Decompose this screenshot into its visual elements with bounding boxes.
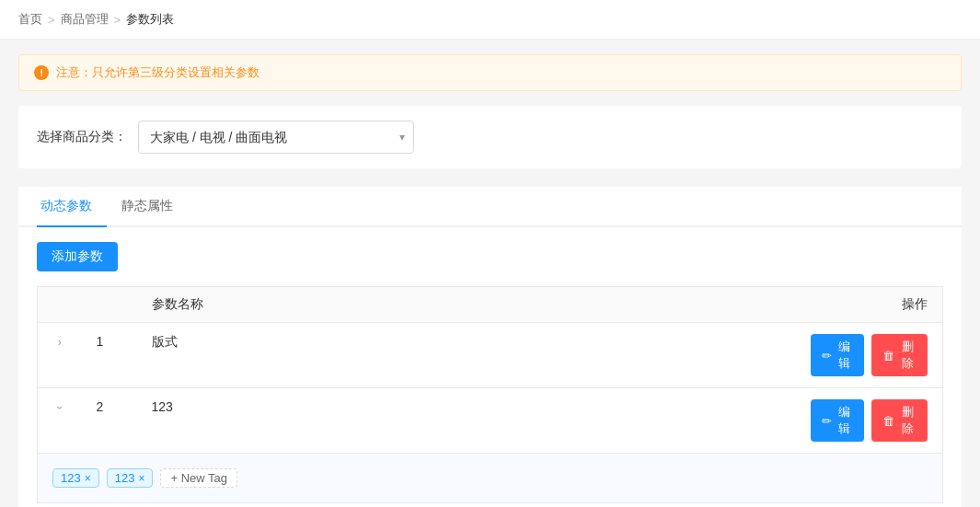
- col-name-header: 参数名称: [137, 287, 796, 323]
- breadcrumb-product-mgmt[interactable]: 商品管理: [61, 11, 109, 28]
- delete-label-1: 删除: [898, 339, 917, 372]
- col-expand-header: [38, 287, 82, 323]
- category-select-wrapper: 大家电 / 电视 / 曲面电视 ▾: [138, 121, 414, 154]
- category-label: 选择商品分类：: [37, 129, 127, 145]
- action-btns-2: ✏ 编辑 🗑 删除: [811, 399, 928, 442]
- category-select[interactable]: 大家电 / 电视 / 曲面电视: [138, 121, 414, 154]
- tag-item-1: 123 ×: [52, 468, 99, 488]
- table-header-row: 参数名称 操作: [38, 287, 943, 323]
- params-table: 参数名称 操作 › 1 版式: [37, 286, 943, 503]
- tag-item-2: 123 ×: [107, 468, 154, 488]
- notice-text: 注意：只允许第三级分类设置相关参数: [56, 64, 259, 81]
- edit-label-1: 编辑: [836, 339, 854, 372]
- col-action-header: 操作: [796, 287, 943, 323]
- content-area: 添加参数 参数名称 操作 › 1: [18, 227, 962, 507]
- breadcrumb-sep-2: >: [114, 13, 121, 27]
- delete-button-2[interactable]: 🗑 删除: [871, 399, 928, 442]
- notice-icon: !: [34, 65, 49, 80]
- notice-bar: ! 注意：只允许第三级分类设置相关参数: [18, 54, 962, 91]
- action-btns-1: ✏ 编辑 🗑 删除: [811, 334, 928, 376]
- edit-icon-1: ✏: [822, 349, 832, 363]
- table-row: › 1 版式 ✏ 编辑 🗑: [38, 323, 943, 388]
- tab-static-attrs[interactable]: 静态属性: [118, 187, 188, 227]
- breadcrumb-param-list: 参数列表: [126, 11, 174, 28]
- tag-label-1: 123: [61, 471, 81, 485]
- table-row: › 2 123 ✏ 编辑 🗑: [38, 388, 943, 454]
- edit-icon-2: ✏: [822, 414, 832, 428]
- tag-close-1[interactable]: ×: [85, 473, 91, 484]
- expanded-row-2: 123 × 123 × + New Tag: [38, 454, 943, 503]
- action-cell-2: ✏ 编辑 🗑 删除: [796, 388, 943, 454]
- delete-label-2: 删除: [898, 404, 917, 437]
- delete-button-1[interactable]: 🗑 删除: [871, 334, 928, 376]
- tabs-container: 动态参数 静态属性: [18, 187, 962, 227]
- expand-icon-1[interactable]: ›: [58, 336, 62, 349]
- edit-label-2: 编辑: [836, 404, 854, 437]
- breadcrumb-sep-1: >: [48, 13, 55, 27]
- breadcrumb: 首页 > 商品管理 > 参数列表: [0, 0, 980, 40]
- delete-icon-2: 🗑: [882, 414, 894, 428]
- breadcrumb-home[interactable]: 首页: [18, 11, 42, 28]
- main-content: ! 注意：只允许第三级分类设置相关参数 选择商品分类： 大家电 / 电视 / 曲…: [0, 40, 980, 507]
- tag-label-2: 123: [115, 471, 135, 485]
- expand-cell-1: ›: [38, 323, 82, 388]
- expanded-cell-2: 123 × 123 × + New Tag: [38, 454, 943, 503]
- col-index-header: [82, 287, 137, 323]
- tabs-row: 动态参数 静态属性: [37, 187, 943, 225]
- collapse-icon-2[interactable]: ›: [53, 406, 66, 409]
- name-cell-2: 123: [137, 388, 796, 454]
- category-row: 选择商品分类： 大家电 / 电视 / 曲面电视 ▾: [18, 106, 962, 168]
- tag-list-2: 123 × 123 × + New Tag: [52, 465, 928, 491]
- page-container: 首页 > 商品管理 > 参数列表 ! 注意：只允许第三级分类设置相关参数 选择商…: [0, 0, 980, 507]
- name-cell-1: 版式: [137, 323, 796, 388]
- action-cell-1: ✏ 编辑 🗑 删除: [796, 323, 943, 388]
- edit-button-1[interactable]: ✏ 编辑: [811, 334, 865, 376]
- delete-icon-1: 🗑: [882, 349, 894, 363]
- new-tag-button[interactable]: + New Tag: [160, 468, 237, 488]
- tag-close-2[interactable]: ×: [138, 473, 144, 484]
- index-cell-1: 1: [82, 323, 137, 388]
- tab-dynamic-params[interactable]: 动态参数: [37, 187, 107, 227]
- edit-button-2[interactable]: ✏ 编辑: [811, 399, 865, 442]
- index-cell-2: 2: [82, 388, 137, 454]
- add-param-button[interactable]: 添加参数: [37, 242, 118, 271]
- expand-cell-2: ›: [38, 388, 82, 454]
